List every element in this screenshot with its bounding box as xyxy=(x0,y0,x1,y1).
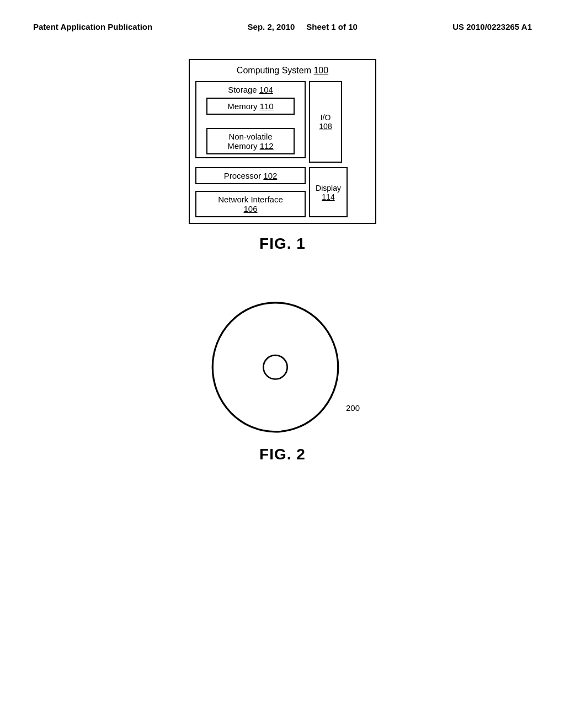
header-date: Sep. 2, 2010 xyxy=(248,22,295,31)
header-sheet: Sheet 1 of 10 xyxy=(306,22,358,31)
fig2-container: 200 FIG. 2 xyxy=(0,297,565,463)
patent-publication-label: Patent Application Publication xyxy=(33,22,152,31)
header-right: US 2010/0223265 A1 xyxy=(452,22,532,31)
bottom-row: Processor 102 Network Interface106 Displ… xyxy=(195,167,370,217)
fig1-container: Computing System 100 Storage 104 Memory … xyxy=(0,59,565,253)
display-box: Display114 xyxy=(309,167,348,217)
memory-box: Memory 110 xyxy=(206,98,295,115)
page-header: Patent Application Publication Sep. 2, 2… xyxy=(0,0,565,42)
io-box: I/O108 xyxy=(309,81,342,163)
nvm-box: Non-volatileMemory 112 xyxy=(206,128,295,154)
disk-number-label: 200 xyxy=(346,403,360,413)
storage-title: Storage 104 xyxy=(201,85,300,94)
processor-box: Processor 102 xyxy=(195,167,306,184)
computing-system-title: Computing System 100 xyxy=(195,66,370,76)
disk-svg xyxy=(200,297,365,440)
svg-point-1 xyxy=(263,355,287,379)
header-left: Patent Application Publication xyxy=(33,22,152,31)
patent-number: US 2010/0223265 A1 xyxy=(452,22,532,31)
bottom-left: Processor 102 Network Interface106 xyxy=(195,167,306,217)
computing-system-box: Computing System 100 Storage 104 Memory … xyxy=(189,59,376,224)
middle-row: Storage 104 Memory 110 Non-volatileMemor… xyxy=(195,81,370,163)
fig1-label: FIG. 1 xyxy=(259,235,306,253)
fig2-diagram: 200 xyxy=(200,297,365,440)
header-center: Sep. 2, 2010 Sheet 1 of 10 xyxy=(248,22,358,31)
network-interface-box: Network Interface106 xyxy=(195,191,306,217)
svg-point-0 xyxy=(212,303,338,432)
storage-box: Storage 104 Memory 110 Non-volatileMemor… xyxy=(195,81,306,158)
fig2-label: FIG. 2 xyxy=(259,446,306,463)
